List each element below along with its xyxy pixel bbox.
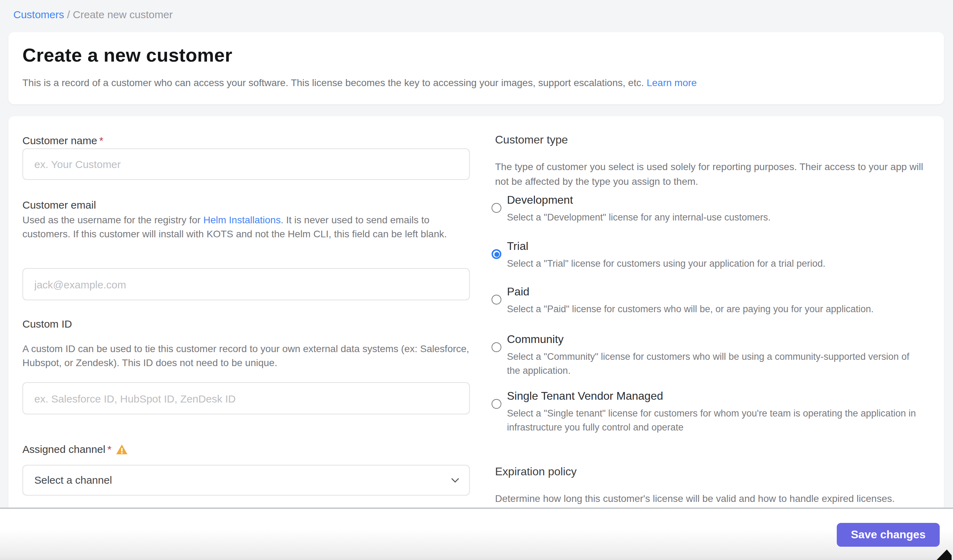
page-description-text: This is a record of a customer who can a… bbox=[22, 77, 647, 88]
radio-option-description: Select a "Development" license for any i… bbox=[507, 211, 771, 224]
radio-icon[interactable] bbox=[492, 249, 501, 259]
radio-icon[interactable] bbox=[492, 342, 501, 352]
custom-id-input[interactable] bbox=[22, 382, 470, 414]
page-header-card: Create a new customer This is a record o… bbox=[8, 32, 944, 104]
radio-option-description: Select a "Paid" license for customers wh… bbox=[507, 302, 874, 316]
radio-option-label: Paid bbox=[507, 285, 874, 299]
save-button[interactable]: Save changes bbox=[837, 523, 940, 547]
page: Customers / Create new customer Create a… bbox=[0, 0, 953, 560]
save-footer: Save changes bbox=[0, 507, 953, 560]
required-asterisk: * bbox=[107, 443, 112, 455]
learn-more-link[interactable]: Learn more bbox=[647, 77, 697, 88]
radio-option-label: Single Tenant Vendor Managed bbox=[507, 389, 917, 403]
warning-icon bbox=[116, 445, 128, 454]
radio-option-trial[interactable]: Trial Select a "Trial" license for custo… bbox=[492, 239, 826, 271]
breadcrumb-separator: / bbox=[64, 8, 73, 20]
radio-option-description: Select a "Single tenant" license for cus… bbox=[507, 407, 917, 434]
customer-name-label-text: Customer name bbox=[22, 134, 97, 146]
create-customer-form-card: Customer name* Customer email Used as th… bbox=[8, 116, 944, 508]
radio-option-label: Community bbox=[507, 332, 917, 346]
form-right-column: Customer type The type of customer you s… bbox=[495, 116, 933, 508]
expiration-policy-heading: Expiration policy bbox=[495, 465, 577, 478]
helm-installations-link[interactable]: Helm Installations bbox=[203, 214, 281, 225]
radio-option-description: Select a "Trial" license for customers u… bbox=[507, 257, 826, 271]
custom-id-help: A custom ID can be used to tie this cust… bbox=[22, 341, 474, 369]
page-title: Create a new customer bbox=[22, 45, 233, 67]
assigned-channel-select[interactable]: Select a channel bbox=[22, 465, 470, 496]
form-left-column: Customer name* Customer email Used as th… bbox=[22, 116, 470, 508]
radio-option-label: Trial bbox=[507, 239, 826, 253]
radio-option-description: Select a "Community" license for custome… bbox=[507, 350, 917, 377]
radio-option-community[interactable]: Community Select a "Community" license f… bbox=[492, 332, 917, 377]
customer-email-input[interactable] bbox=[22, 268, 470, 300]
customer-name-input[interactable] bbox=[22, 148, 470, 180]
radio-icon[interactable] bbox=[492, 203, 501, 213]
assigned-channel-label: Assigned channel* bbox=[22, 443, 128, 455]
breadcrumb-link-customers[interactable]: Customers bbox=[13, 8, 64, 20]
customer-email-label-text: Customer email bbox=[22, 199, 96, 211]
radio-icon[interactable] bbox=[492, 295, 501, 304]
assigned-channel-selected-value: Select a channel bbox=[34, 474, 112, 486]
expiration-policy-description: Determine how long this customer's licen… bbox=[495, 492, 929, 506]
customer-email-label: Customer email bbox=[22, 199, 96, 211]
customer-email-help-text: Used as the username for the registry fo… bbox=[22, 214, 203, 225]
page-description: This is a record of a customer who can a… bbox=[22, 77, 697, 88]
custom-id-label: Custom ID bbox=[22, 318, 72, 330]
customer-name-label: Customer name* bbox=[22, 134, 103, 146]
radio-option-development[interactable]: Development Select a "Development" licen… bbox=[492, 193, 771, 224]
custom-id-label-text: Custom ID bbox=[22, 318, 72, 330]
radio-option-label: Development bbox=[507, 193, 771, 207]
radio-icon[interactable] bbox=[492, 399, 501, 409]
radio-option-paid[interactable]: Paid Select a "Paid" license for custome… bbox=[492, 285, 874, 316]
radio-option-single-tenant[interactable]: Single Tenant Vendor Managed Select a "S… bbox=[492, 389, 917, 434]
required-asterisk: * bbox=[99, 134, 103, 146]
chevron-down-icon bbox=[451, 478, 459, 483]
breadcrumb: Customers / Create new customer bbox=[13, 8, 172, 20]
customer-type-description: The type of customer you select is used … bbox=[495, 160, 929, 189]
customer-type-heading: Customer type bbox=[495, 134, 568, 146]
customer-email-help: Used as the username for the registry fo… bbox=[22, 213, 474, 241]
assigned-channel-label-text: Assigned channel bbox=[22, 443, 106, 455]
breadcrumb-current: Create new customer bbox=[73, 8, 172, 20]
